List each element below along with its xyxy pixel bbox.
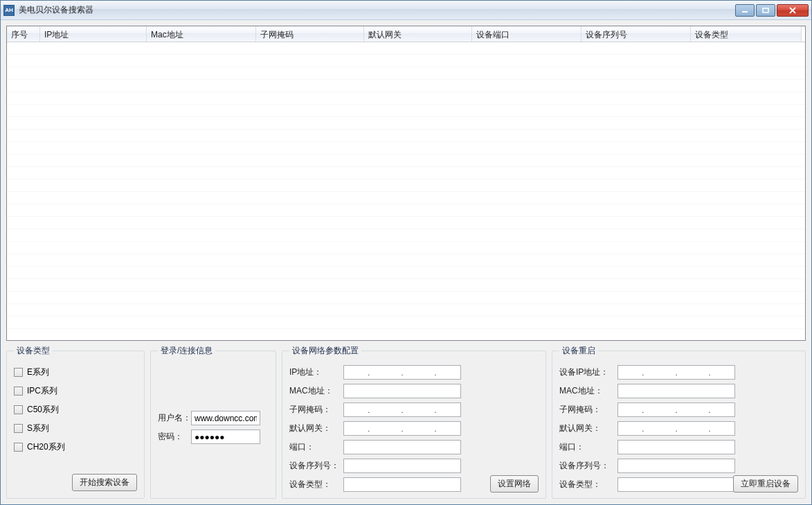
search-devices-button[interactable]: 开始搜索设备 <box>72 474 137 491</box>
field-label: 默认网关： <box>559 423 613 434</box>
form-row: 设备序列号： <box>289 459 539 473</box>
field-label: 设备序列号： <box>289 460 339 472</box>
column-header[interactable]: 设备端口 <box>472 26 581 42</box>
field-label: 端口： <box>559 441 613 453</box>
ip-input[interactable]: ... <box>617 402 735 417</box>
close-button[interactable] <box>777 4 809 17</box>
device-type-label: CH20系列 <box>27 441 65 453</box>
device-type-label: E系列 <box>27 366 49 378</box>
field-label: 子网掩码： <box>559 404 613 416</box>
window-controls <box>735 4 809 17</box>
device-type-panel: 设备类型 E系列IPC系列C50系列S系列CH20系列 开始搜索设备 <box>6 345 145 499</box>
device-restart-panel: 设备重启 设备IP地址：...MAC地址：子网掩码：...默认网关：...端口：… <box>552 345 806 499</box>
device-type-label: C50系列 <box>27 404 59 416</box>
field-label: MAC地址： <box>289 385 339 397</box>
form-row: IP地址：... <box>289 365 539 380</box>
device-type-option[interactable]: CH20系列 <box>14 441 137 453</box>
text-input[interactable] <box>343 459 461 473</box>
text-input[interactable] <box>617 384 735 398</box>
ip-input[interactable]: ... <box>617 365 735 380</box>
login-panel: 登录/连接信息 用户名： 密码： <box>150 345 276 499</box>
field-label: 设备类型： <box>289 479 339 490</box>
username-label: 用户名： <box>158 412 187 424</box>
device-type-list: E系列IPC系列C50系列S系列CH20系列 <box>14 366 137 453</box>
field-label: 设备IP地址： <box>559 366 613 378</box>
minimize-button[interactable] <box>735 4 755 17</box>
username-input[interactable] <box>191 411 260 425</box>
field-label: 设备类型： <box>559 479 613 490</box>
checkbox-icon[interactable] <box>14 443 23 452</box>
field-label: IP地址： <box>289 366 339 378</box>
device-type-label: IPC系列 <box>27 385 57 397</box>
form-row: 设备IP地址：... <box>559 365 798 380</box>
client-area: 序号IP地址Mac地址子网掩码默认网关设备端口设备序列号设备类型 设备类型 E系… <box>1 20 811 504</box>
password-label: 密码： <box>158 431 187 443</box>
field-label: MAC地址： <box>559 385 613 397</box>
column-header[interactable]: 设备序列号 <box>581 26 691 42</box>
ip-input[interactable]: ... <box>343 402 461 417</box>
form-row: 默认网关：... <box>559 421 798 436</box>
form-row: 端口： <box>559 440 798 454</box>
checkbox-icon[interactable] <box>14 424 23 433</box>
maximize-button[interactable] <box>756 4 775 17</box>
checkbox-icon[interactable] <box>14 387 23 396</box>
device-restart-legend: 设备重启 <box>559 345 598 357</box>
form-row: 子网掩码：... <box>559 402 798 417</box>
device-type-label: S系列 <box>27 423 49 434</box>
ip-input[interactable]: ... <box>343 365 461 380</box>
app-icon: AH <box>3 5 15 16</box>
column-header[interactable]: IP地址 <box>40 26 147 42</box>
form-row: MAC地址： <box>559 384 798 398</box>
form-row: MAC地址： <box>289 384 539 398</box>
bottom-panels: 设备类型 E系列IPC系列C50系列S系列CH20系列 开始搜索设备 登录/连接… <box>6 345 806 499</box>
set-network-button[interactable]: 设置网络 <box>490 475 539 493</box>
checkbox-icon[interactable] <box>14 368 23 377</box>
form-row: 端口： <box>289 440 539 454</box>
field-label: 子网掩码： <box>289 404 339 416</box>
ip-input[interactable]: ... <box>343 421 461 436</box>
field-label: 设备序列号： <box>559 460 613 472</box>
device-type-option[interactable]: E系列 <box>14 366 137 378</box>
ip-input[interactable]: ... <box>617 421 735 436</box>
column-header[interactable]: 默认网关 <box>364 26 472 42</box>
form-row: 默认网关：... <box>289 421 539 436</box>
titlebar[interactable]: AH 美电贝尔设备搜索器 <box>1 1 811 20</box>
text-input[interactable] <box>343 440 461 454</box>
field-label: 默认网关： <box>289 423 339 434</box>
column-header[interactable]: 序号 <box>7 26 40 42</box>
device-table: 序号IP地址Mac地址子网掩码默认网关设备端口设备序列号设备类型 <box>6 26 806 341</box>
table-body[interactable] <box>7 42 805 340</box>
network-config-panel: 设备网络参数配置 IP地址：...MAC地址：子网掩码：...默认网关：...端… <box>282 345 546 499</box>
table-header: 序号IP地址Mac地址子网掩码默认网关设备端口设备序列号设备类型 <box>7 26 805 42</box>
column-header[interactable]: 设备类型 <box>691 26 802 42</box>
network-config-legend: 设备网络参数配置 <box>289 345 361 357</box>
restart-device-button[interactable]: 立即重启设备 <box>733 475 798 493</box>
text-input[interactable] <box>343 384 461 398</box>
checkbox-icon[interactable] <box>14 405 23 414</box>
column-header[interactable]: 子网掩码 <box>256 26 364 42</box>
text-input[interactable] <box>617 459 735 473</box>
login-legend: 登录/连接信息 <box>158 345 215 357</box>
window-title: 美电贝尔设备搜索器 <box>19 4 93 16</box>
text-input[interactable] <box>343 477 461 492</box>
device-type-option[interactable]: C50系列 <box>14 404 137 416</box>
device-type-legend: 设备类型 <box>14 345 53 357</box>
form-row: 子网掩码：... <box>289 402 539 417</box>
svg-rect-1 <box>763 8 768 12</box>
device-type-option[interactable]: S系列 <box>14 423 137 434</box>
text-input[interactable] <box>617 440 735 454</box>
column-header[interactable]: Mac地址 <box>147 26 256 42</box>
password-input[interactable] <box>191 429 260 444</box>
text-input[interactable] <box>617 477 735 492</box>
device-type-option[interactable]: IPC系列 <box>14 385 137 397</box>
app-window: AH 美电贝尔设备搜索器 序号IP地址Mac地址子网掩码默认网关设备端口设备序列… <box>0 0 812 505</box>
field-label: 端口： <box>289 441 339 453</box>
form-row: 设备序列号： <box>559 459 798 473</box>
